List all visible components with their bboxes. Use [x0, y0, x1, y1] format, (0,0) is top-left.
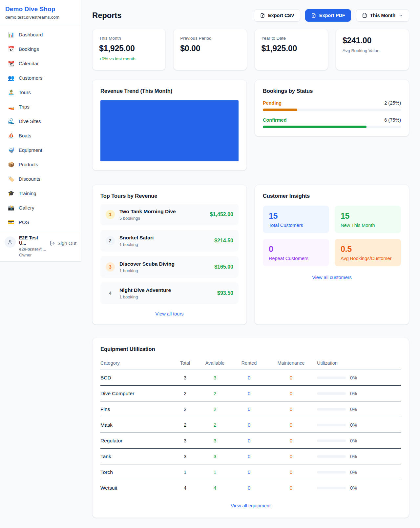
header-actions: Export CSV Export PDF	[254, 9, 409, 22]
sidebar-item-training[interactable]: 🎓 Training	[4, 188, 77, 199]
sidebar-nav: 📊 Dashboard 📅 Bookings 📆 Calendar 👥 Cust…	[0, 24, 81, 231]
sidebar-item-gallery[interactable]: 📸 Gallery	[4, 202, 77, 213]
equipment-total: 2	[173, 422, 197, 428]
sidebar-item-discounts[interactable]: 🏷️ Discounts	[4, 173, 77, 185]
rank-badge: 4	[106, 289, 115, 298]
stat-label: Previous Period	[180, 36, 240, 41]
diving-mask-icon: 🤿	[8, 148, 14, 153]
tour-name: Discover Scuba Diving	[119, 261, 210, 267]
utilization-percent: 0%	[350, 454, 357, 459]
sign-out-label: Sign Out	[57, 240, 76, 246]
sidebar-item-bookings[interactable]: 📅 Bookings	[4, 43, 77, 55]
bookings-by-status-title: Bookings by Status	[263, 88, 401, 94]
utilization-percent: 0%	[350, 485, 357, 491]
status-row-pending: Pending 2 (25%)	[263, 100, 401, 111]
tour-revenue: $93.50	[217, 290, 233, 296]
status-head: Confirmed 6 (75%)	[263, 117, 401, 123]
utilization-percent: 0%	[350, 407, 357, 412]
stat-value: $241.00	[343, 36, 402, 45]
sidebar-item-boats[interactable]: ⛵ Boats	[4, 130, 77, 141]
file-download-icon	[311, 13, 316, 18]
utilization-bar-track	[317, 455, 346, 458]
equipment-rented: 0	[233, 422, 265, 428]
sidebar-item-tours[interactable]: 🏝️ Tours	[4, 87, 77, 98]
sidebar-item-calendar[interactable]: 📆 Calendar	[4, 58, 77, 69]
page-header: Reports Export CSV E	[92, 9, 409, 22]
customer-insights-card: Customer Insights 15 Total Customers 15 …	[255, 185, 409, 325]
tour-name: Two Tank Morning Dive	[119, 209, 205, 214]
file-download-icon	[260, 13, 265, 18]
stat-label: This Month	[99, 36, 159, 41]
insight-value: 0.5	[341, 244, 395, 254]
status-head: Pending 2 (25%)	[263, 100, 401, 106]
tour-item-discover-scuba-diving: 3 Discover Scuba Diving 1 booking $165.0…	[100, 256, 239, 278]
insight-label: Avg Bookings/Customer	[341, 256, 395, 261]
status-bar-track	[263, 109, 401, 111]
revenue-trend-title: Revenue Trend (This Month)	[100, 88, 239, 94]
speedboat-icon: 🚤	[8, 104, 14, 110]
brand-name: Demo Dive Shop	[5, 6, 76, 13]
nav-item-label: Gallery	[19, 205, 34, 211]
nav-item-label: Dive Sites	[19, 118, 41, 124]
equipment-utilization-cell: 0%	[317, 391, 401, 396]
camera-flash-icon: 📸	[8, 205, 14, 211]
sidebar-item-dive-sites[interactable]: 🌊 Dive Sites	[4, 115, 77, 127]
export-pdf-button[interactable]: Export PDF	[305, 9, 351, 22]
sidebar: Demo Dive Shop demo.test.divestreams.com…	[0, 0, 81, 262]
equipment-row-wetsuit: Wetsuit 4 4 0 0 0%	[100, 480, 401, 496]
stat-delta: +0% vs last month	[99, 56, 159, 61]
user-name: E2E Test U...	[19, 235, 46, 246]
brand-domain: demo.test.divestreams.com	[5, 15, 76, 20]
equipment-row-dive-computer: Dive Computer 2 2 0 0 0%	[100, 386, 401, 401]
equipment-rented: 0	[233, 454, 265, 459]
sidebar-item-trips[interactable]: 🚤 Trips	[4, 101, 77, 112]
equipment-available: 4	[197, 485, 233, 491]
user-avatar-icon	[5, 236, 16, 248]
equipment-category: Regulator	[100, 438, 173, 444]
island-icon: 🏝️	[8, 90, 14, 95]
nav-item-label: Discounts	[19, 176, 40, 182]
sidebar-item-pos[interactable]: 💳 POS	[4, 216, 77, 228]
equipment-table-header: Category Total Available Rented Maintena…	[100, 359, 401, 370]
export-csv-button[interactable]: Export CSV	[254, 9, 300, 22]
stat-value: $1,925.00	[262, 44, 321, 53]
nav-item-label: Bookings	[19, 46, 39, 52]
equipment-row-regulator: Regulator 3 3 0 0 0%	[100, 433, 401, 449]
status-count: 2 (25%)	[384, 100, 401, 106]
nav-item-label: Tours	[19, 90, 31, 95]
sidebar-item-products[interactable]: 📦 Products	[4, 159, 77, 170]
tour-bookings: 1 booking	[119, 294, 213, 299]
insight-value: 15	[341, 211, 395, 221]
row3: Top Tours by Revenue 1 Two Tank Morning …	[92, 185, 409, 325]
equipment-utilization-cell: 0%	[317, 485, 401, 491]
equipment-category: Mask	[100, 422, 173, 428]
nav-item-label: Training	[19, 191, 36, 196]
equipment-available: 3	[197, 454, 233, 459]
credit-card-icon: 💳	[8, 220, 14, 225]
period-dropdown[interactable]: This Month	[356, 9, 409, 22]
tour-revenue: $165.00	[214, 264, 233, 270]
status-row-confirmed: Confirmed 6 (75%)	[263, 117, 401, 128]
view-all-tours-link[interactable]: View all tours	[100, 311, 239, 316]
utilization-bar-track	[317, 487, 346, 489]
insight-box-total-customers: 15 Total Customers	[263, 206, 329, 233]
equipment-available: 2	[197, 406, 233, 412]
sidebar-item-equipment[interactable]: 🤿 Equipment	[4, 144, 77, 156]
view-all-equipment-link[interactable]: View all equipment	[100, 503, 401, 508]
export-pdf-label: Export PDF	[319, 13, 345, 18]
view-all-customers-link[interactable]: View all customers	[263, 275, 401, 280]
status-bar-fill	[263, 109, 297, 111]
equipment-maintenance: 0	[265, 485, 317, 491]
col-utilization: Utilization	[317, 360, 401, 366]
equipment-available: 2	[197, 391, 233, 396]
sidebar-item-customers[interactable]: 👥 Customers	[4, 72, 77, 84]
equipment-available: 3	[197, 438, 233, 444]
equipment-row-mask: Mask 2 2 0 0 0%	[100, 417, 401, 433]
equipment-row-tank: Tank 3 3 0 0 0%	[100, 449, 401, 464]
equipment-utilization-cell: 0%	[317, 454, 401, 459]
stat-card-previous-period: Previous Period $0.00	[173, 29, 247, 70]
sign-out-button[interactable]: Sign Out	[50, 240, 76, 246]
main-content: Reports Export CSV E	[81, 0, 420, 528]
sidebar-item-dashboard[interactable]: 📊 Dashboard	[4, 29, 77, 40]
equipment-total: 2	[173, 406, 197, 412]
